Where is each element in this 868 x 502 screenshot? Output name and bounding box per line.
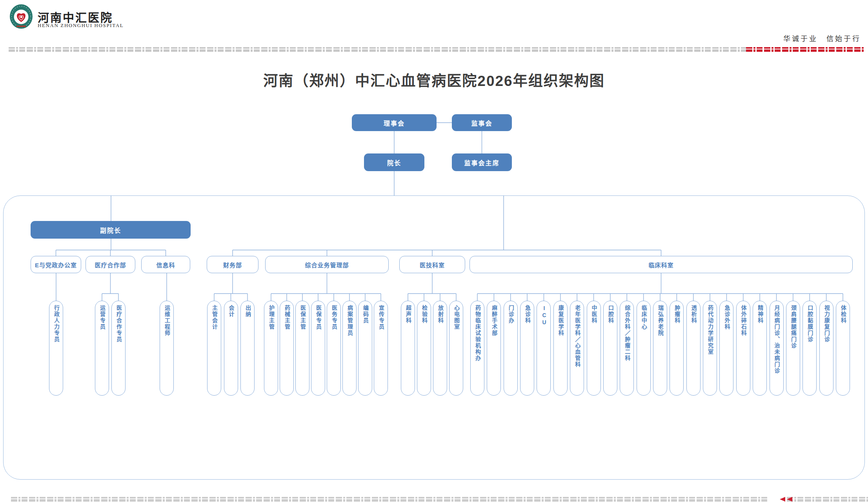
leaf-node: 主管会计	[207, 301, 221, 396]
leaf-node: 超声科	[401, 301, 415, 396]
leaf-node: 急诊科	[520, 301, 534, 396]
leaf-node: 放射科	[433, 301, 447, 396]
leaf-node: 心电图室	[449, 301, 463, 396]
leaf-node: 颈肩腰腿痛门诊	[786, 301, 800, 396]
dept-node: 医技科室	[399, 256, 465, 273]
dept-node: 综合业务管理部	[265, 256, 389, 273]
leaf-node: 口腔科	[603, 301, 617, 396]
slide-page: 河南中汇医院 HENAN ZHONGHUI HOSPITAL 华诚于业 信始于行…	[0, 0, 868, 502]
leaf-node: 肿瘤科	[670, 301, 684, 396]
leaf-node: 麻醉手术部	[487, 301, 501, 396]
leaf-node: 月经病门诊、治未病门诊	[770, 301, 784, 396]
red-arrow-icon	[780, 497, 785, 502]
connector-lines	[0, 0, 868, 502]
leaf-node: 药械主管	[280, 301, 294, 396]
leaf-node: 门诊办	[504, 301, 518, 396]
leaf-node: 中医科	[587, 301, 601, 396]
leaf-node: 运营专员	[95, 301, 109, 396]
dept-node: 医疗合作部	[86, 256, 135, 273]
leaf-node: 瑞弘养老院	[653, 301, 667, 396]
leaf-node: ICU	[537, 301, 551, 396]
leaf-node: 药代动力学研究室	[703, 301, 717, 396]
leaf-node: 宣传专员	[374, 301, 388, 396]
leaf-node: 透析科	[686, 301, 701, 396]
leaf-node: 护理主管	[264, 301, 278, 396]
leaf-node: 行政人力专员	[49, 301, 63, 396]
leaf-node: 康复医学科	[553, 301, 568, 396]
node-president: 院长	[364, 153, 424, 171]
node-vice-president: 副院长	[31, 221, 191, 239]
leaf-node: 医保主管	[295, 301, 309, 396]
leaf-node: 医疗合作专员	[111, 301, 126, 396]
leaf-node: 急诊外科	[719, 301, 733, 396]
leaf-node: 病案管理员	[342, 301, 357, 396]
node-supervisory-board: 监事会	[452, 114, 512, 131]
leaf-node: 精神科	[753, 301, 767, 396]
leaf-node: 体外碎石科	[736, 301, 750, 396]
leaf-node: 出纳	[240, 301, 255, 396]
leaf-node: 老年医学科／心血管科	[570, 301, 584, 396]
leaf-node: 医保专员	[311, 301, 325, 396]
red-arrow-icon	[787, 497, 792, 502]
leaf-node: 口腔黏膜门诊	[802, 301, 817, 396]
leaf-node: 运维工程师	[160, 301, 174, 396]
dept-node: E与党政办公室	[31, 256, 81, 273]
leaf-node: 临床中心	[637, 301, 651, 396]
leaf-node: 药物临床试验机构办	[470, 301, 484, 396]
dept-node: 信息科	[141, 256, 190, 273]
leaf-node: 编码员	[358, 301, 372, 396]
leaf-node: 综合外科／肿瘤二科	[620, 301, 634, 396]
leaf-node: 检验科	[417, 301, 431, 396]
leaf-node: 体检科	[836, 301, 850, 396]
leaf-node: 医务专员	[327, 301, 341, 396]
leaf-node: 会计	[224, 301, 238, 396]
node-board: 理事会	[352, 114, 437, 131]
decor-band-bottom	[11, 497, 868, 502]
leaf-node: 视力康复门诊	[819, 301, 833, 396]
dept-node: 财务部	[207, 256, 258, 273]
node-supervisory-chair: 监事会主席	[452, 153, 512, 171]
dept-node: 临床科室	[469, 256, 853, 273]
